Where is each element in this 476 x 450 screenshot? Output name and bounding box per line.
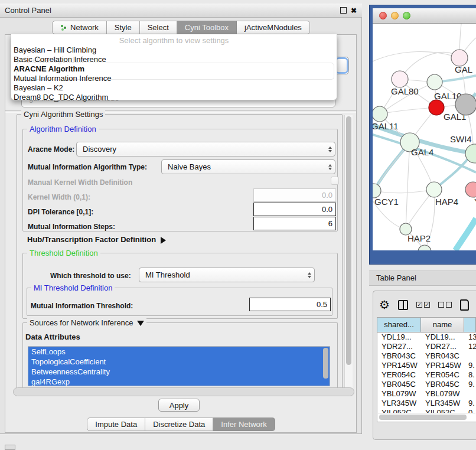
apply-button[interactable]: Apply — [158, 399, 200, 412]
table-cell: 8. — [464, 370, 476, 380]
control-panel-title: Control Panel — [0, 6, 51, 15]
aracne-mode-combo[interactable]: Discovery — [76, 142, 335, 156]
network-view-titlebar[interactable] — [373, 8, 476, 24]
scrollbar-thumb[interactable] — [346, 116, 351, 365]
tab-style-label: Style — [115, 23, 132, 32]
network-node[interactable] — [427, 74, 442, 90]
table-cell: YBR045C — [377, 380, 421, 389]
table-cell: 9. — [464, 399, 476, 408]
algorithm-option[interactable]: Dream8 DC_TDC Algorithm — [11, 93, 337, 102]
bottom-tab-infer-network[interactable]: Infer Network — [213, 418, 275, 431]
combo-stepper-focused — [337, 59, 347, 72]
table-row[interactable]: YDR27...YDR27...12 — [377, 342, 476, 351]
column-header[interactable] — [464, 318, 476, 332]
stepper-icon — [325, 160, 335, 174]
table-cell: YPR145W — [421, 361, 464, 370]
table-cell: YDL19... — [377, 332, 421, 342]
deselect-all-columns-icon[interactable] — [438, 302, 452, 308]
manual-kernel-checkbox[interactable] — [331, 177, 339, 185]
tab-network[interactable]: Network — [52, 21, 107, 34]
kernel-width-label: Kernel Width (0,1): — [28, 193, 90, 201]
kernel-width-field[interactable]: 0.0 — [253, 188, 336, 202]
network-node[interactable] — [373, 184, 381, 198]
attribute-item[interactable]: SelfLoops — [28, 347, 330, 357]
close-icon[interactable]: ✖ — [351, 8, 357, 14]
attribute-item[interactable]: TopologicalCoefficient — [28, 357, 330, 367]
network-node[interactable] — [429, 100, 444, 115]
table-cell: YPR145W — [377, 361, 421, 370]
which-threshold-label: Which threshold to use: — [50, 272, 131, 280]
collapse-down-icon — [137, 321, 144, 330]
bottom-tab-discretize-data[interactable]: Discretize Data — [145, 418, 213, 431]
mi-type-combo[interactable]: Naive Bayes — [161, 159, 335, 174]
mi-threshold-field[interactable]: 0.5 — [249, 298, 331, 311]
network-canvas[interactable]: GALGAL80GAL10GAL1GAL11SWI4GAL4GCY1HAP4YH… — [373, 24, 476, 250]
tab-cyni-toolbox[interactable]: Cyni Toolbox — [177, 21, 237, 34]
table-cell: 13 — [464, 332, 476, 342]
table-row[interactable]: YPR145WYPR145W9. — [377, 361, 476, 370]
zoom-traffic-light[interactable] — [403, 12, 410, 19]
bottom-tab-impute-data[interactable]: Impute Data — [87, 418, 145, 431]
close-traffic-light[interactable] — [379, 12, 387, 19]
table-cell: YBL079W — [421, 389, 464, 399]
hub-definition-expander[interactable]: Hub/Transcription Factor Definition — [27, 235, 169, 244]
network-node[interactable] — [426, 182, 442, 197]
dropdown-placeholder: Select algorithm to view settings — [11, 35, 337, 45]
network-node-label: GCY1 — [374, 197, 399, 207]
columns-icon[interactable] — [398, 300, 408, 310]
table-cell: YBR045C — [421, 380, 464, 389]
which-threshold-combo[interactable]: MI Threshold — [139, 268, 315, 282]
table-horizontal-scrollbar[interactable] — [378, 413, 475, 421]
algorithm-option[interactable]: Bayesian – K2 — [11, 83, 337, 93]
bottom-tab-infer-network-label: Infer Network — [221, 420, 266, 429]
column-header[interactable]: name — [421, 318, 464, 332]
algorithm-dropdown-popup: Select algorithm to view settings Infere… — [11, 34, 337, 100]
network-node[interactable] — [418, 245, 431, 250]
table-cell: 12 — [464, 342, 476, 351]
export-table-icon[interactable] — [460, 299, 469, 311]
aracne-mode-label: Aracne Mode: — [28, 145, 74, 154]
table-row[interactable]: YLR345WYLR345W9. — [377, 399, 476, 408]
tab-select[interactable]: Select — [140, 21, 177, 34]
algorithm-option[interactable]: Bayesian – Hill Climbing — [11, 45, 337, 55]
tab-style[interactable]: Style — [107, 21, 140, 34]
list-scrollbar-thumb[interactable] — [323, 348, 328, 379]
network-node[interactable] — [392, 71, 408, 87]
column-header[interactable]: shared... — [377, 318, 421, 332]
settings-vertical-scrollbar[interactable] — [344, 115, 353, 390]
tab-jactivemnodules[interactable]: jActiveMNodules — [237, 21, 310, 34]
sources-group: Sources for Network Inference Data Attri… — [22, 322, 338, 390]
attribute-item[interactable]: BetweennessCentrality — [28, 367, 330, 377]
table-row[interactable]: YER054CYER054C8. — [377, 370, 476, 380]
minimize-traffic-light[interactable] — [391, 12, 399, 19]
tab-select-label: Select — [148, 23, 169, 32]
dpi-tolerance-label: DPI Tolerance [0,1]: — [28, 208, 93, 216]
dpi-tolerance-field[interactable]: 0.0 — [253, 203, 336, 216]
gear-icon[interactable]: ⚙ — [379, 299, 390, 311]
network-node[interactable] — [465, 182, 476, 197]
table-panel-titlebar: Table Panel — [369, 270, 476, 286]
scrollbar-thumb[interactable] — [379, 415, 467, 420]
node-table: shared...name YDL19...YDL19...13YDR27...… — [377, 317, 476, 422]
network-node[interactable] — [451, 50, 468, 66]
float-window-icon[interactable] — [340, 7, 347, 14]
network-node[interactable] — [455, 94, 476, 115]
mi-steps-field[interactable]: 6 — [253, 217, 336, 230]
table-row[interactable]: YBR043CYBR043C — [377, 351, 476, 361]
settings-horizontal-scrollbar[interactable] — [13, 387, 354, 396]
network-node-label: HAP4 — [435, 197, 458, 207]
table-cell: 9. — [464, 361, 476, 370]
manual-kernel-label: Manual Kernel Width Definition — [28, 178, 132, 187]
table-row[interactable]: YBR045CYBR045C9. — [377, 380, 476, 389]
sources-title[interactable]: Sources for Network Inference — [27, 318, 146, 328]
network-node[interactable] — [373, 106, 387, 122]
attribute-item[interactable]: gal4RGexp — [28, 377, 330, 386]
table-row[interactable]: YBL079WYBL079W — [377, 389, 476, 399]
data-attributes-list[interactable]: SelfLoopsTopologicalCoefficientBetweenne… — [28, 346, 330, 386]
table-header-row: shared...name — [377, 318, 476, 332]
network-node-label: GAL80 — [391, 86, 419, 96]
select-all-columns-icon[interactable]: ✓✓ — [416, 302, 430, 308]
network-node-label: SWI4 — [450, 134, 472, 144]
minimized-panel-icon[interactable] — [5, 445, 15, 450]
table-row[interactable]: YDL19...YDL19...13 — [377, 332, 476, 342]
